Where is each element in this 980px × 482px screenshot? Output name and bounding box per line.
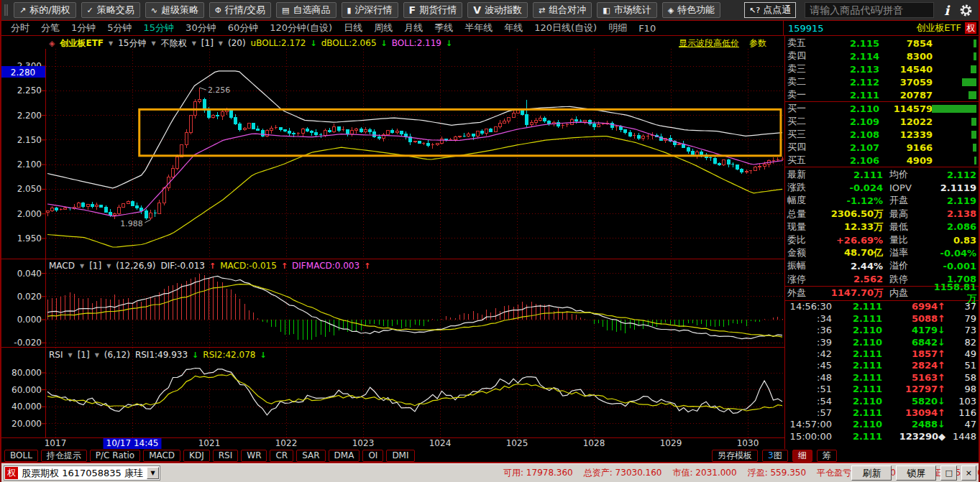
- macd-label[interactable]: MACD: [49, 261, 75, 271]
- toolbar-button-11[interactable]: ◈特色功能: [662, 2, 720, 18]
- period-tab-3[interactable]: 1分钟: [65, 22, 101, 34]
- svg-text:0.000: 0.000: [17, 315, 42, 325]
- params-link[interactable]: 参数: [749, 37, 766, 50]
- indicator-tab-macd[interactable]: MACD: [143, 450, 180, 462]
- toolbar-button-5[interactable]: ▤自选商品: [276, 2, 336, 18]
- indicator-tab-cr[interactable]: CR: [270, 450, 293, 462]
- layout-count-button[interactable]: 3图: [762, 450, 788, 462]
- account-selector[interactable]: 权 股票期权 1617058835 康珪 ▼: [4, 465, 160, 481]
- period-tab-11[interactable]: 月线: [398, 22, 429, 34]
- stat-label: IOPV: [883, 182, 926, 193]
- period-tab-12[interactable]: 季线: [429, 22, 459, 34]
- bid-row[interactable]: 买三2.10812339: [785, 128, 979, 141]
- layout-count: 3: [768, 450, 774, 460]
- bid-row[interactable]: 买一2.110114579: [785, 102, 979, 115]
- indicator-tab-kdj[interactable]: KDJ: [183, 450, 210, 462]
- toolbar-button-8[interactable]: V波动指数: [467, 2, 528, 18]
- bar-chart-icon: ▮: [347, 6, 352, 15]
- bid-row[interactable]: 买四2.1079166: [785, 141, 979, 154]
- level-label: 卖二: [787, 75, 816, 88]
- bid-row[interactable]: 买五2.1064909: [785, 154, 979, 167]
- indicator-tab-boll[interactable]: BOLL: [4, 450, 38, 462]
- toolbar-grip[interactable]: [4, 4, 8, 16]
- chart-area: 2.3002.2502.2002.1502.1002.0502.0001.950…: [1, 36, 784, 449]
- level-volume: 9166: [879, 142, 933, 153]
- chevron-down-icon[interactable]: ▼: [219, 40, 223, 47]
- main-chart[interactable]: 2.3002.2502.2002.1502.1002.0502.0001.950…: [1, 36, 784, 438]
- indicator-tab-p-c-ratio[interactable]: P/C Ratio: [90, 450, 140, 462]
- diandiantong-button[interactable]: ↖? 点点通: [744, 2, 796, 18]
- chart-adjust-mode[interactable]: 不除权: [161, 37, 187, 50]
- period-tab-8[interactable]: 120分钟(自设): [264, 22, 338, 34]
- indicator-index[interactable]: [1]: [201, 38, 214, 48]
- toolbar-button-10[interactable]: ◧市场统计: [597, 2, 656, 18]
- period-tab-5[interactable]: 15分钟: [138, 22, 180, 34]
- chart-period[interactable]: 15分钟: [118, 37, 146, 50]
- close-button[interactable]: ×: [961, 465, 976, 481]
- toolbar-button-9[interactable]: ⇄组合对冲: [533, 2, 592, 18]
- period-tab-14[interactable]: 年线: [498, 22, 528, 34]
- stat-value: -0.001: [926, 261, 976, 272]
- chevron-down-icon[interactable]: ▼: [106, 263, 111, 269]
- tab-detail[interactable]: 细: [792, 450, 812, 462]
- period-tab-17[interactable]: F10: [633, 23, 661, 34]
- ask-row[interactable]: 卖一2.11120787: [785, 88, 979, 101]
- chevron-down-icon[interactable]: ▼: [95, 352, 99, 358]
- gear-icon[interactable]: [959, 4, 973, 17]
- svg-text:2.250: 2.250: [17, 85, 42, 96]
- ask-row[interactable]: 卖五2.1157854: [785, 37, 979, 50]
- period-tab-4[interactable]: 5分钟: [101, 22, 137, 34]
- toolbar-button-3[interactable]: ∿超级策略: [145, 2, 204, 18]
- save-template-button[interactable]: 另存模板: [712, 450, 758, 462]
- indicator-tab-dmi[interactable]: DMI: [386, 450, 414, 462]
- indicator-tab-wr[interactable]: WR: [241, 450, 267, 462]
- period-tab-16[interactable]: 明细: [603, 22, 633, 34]
- indicator-tab--[interactable]: 持仓提示: [41, 450, 87, 462]
- period-tab-15[interactable]: 120日线(自设): [528, 22, 603, 34]
- chevron-down-icon[interactable]: ▼: [152, 40, 156, 47]
- indicator-tab-rsi[interactable]: RSI: [213, 450, 239, 462]
- toolbar-right: ↖? 点点通 i: [744, 2, 976, 18]
- symbol-search-input[interactable]: [805, 2, 934, 18]
- period-tab-10[interactable]: 周线: [368, 22, 398, 34]
- indicator-tab-dma[interactable]: DMA: [329, 450, 360, 462]
- tick-list[interactable]: 14:56:302.1116994↑37:342.1115088↑79:362.…: [785, 301, 979, 449]
- period-tab-1[interactable]: 分时: [5, 22, 35, 34]
- macd-index[interactable]: [1]: [89, 261, 101, 271]
- lock-screen-button[interactable]: 锁屏: [896, 465, 936, 481]
- refresh-button[interactable]: 刷新: [851, 465, 892, 481]
- show-wave-price-link[interactable]: 显示波段高低价: [679, 37, 739, 50]
- ask-row[interactable]: 卖二2.11237059: [785, 75, 979, 88]
- toolbar-button-1[interactable]: ↗标的/期权: [14, 2, 76, 18]
- tab-chips[interactable]: 筹: [817, 450, 837, 462]
- maximize-button[interactable]: □: [940, 465, 956, 481]
- toolbar-button-2[interactable]: ✓策略交易: [81, 2, 140, 18]
- ask-row[interactable]: 卖四2.1148300: [785, 50, 979, 62]
- account-dropdown-arrow[interactable]: ▼: [147, 467, 159, 479]
- x-axis-label: 10/17 14:45: [104, 438, 162, 449]
- chevron-down-icon[interactable]: ▼: [80, 263, 84, 269]
- toolbar-button-6[interactable]: ▮沪深行情: [342, 2, 398, 18]
- period-tab-7[interactable]: 60分钟: [222, 22, 265, 34]
- chart-symbol-name[interactable]: 创业板ETF: [60, 37, 104, 50]
- indicator-value: BOLL:2.119: [392, 38, 441, 48]
- chevron-down-icon[interactable]: ▼: [109, 40, 113, 47]
- stat-value: 2.086: [926, 221, 976, 232]
- period-tab-13[interactable]: 半年线: [459, 22, 498, 34]
- rsi-label[interactable]: RSI: [49, 350, 63, 360]
- toolbar-button-4[interactable]: Φ行情/交易: [209, 2, 271, 18]
- indicator-tab-oi[interactable]: OI: [362, 450, 383, 462]
- period-tab-2[interactable]: 分笔: [35, 22, 65, 34]
- bid-row[interactable]: 买二2.10912022: [785, 115, 979, 128]
- period-tab-6[interactable]: 30分钟: [180, 22, 222, 34]
- indicator-tab-sar[interactable]: SAR: [296, 450, 325, 462]
- toolbar-button-7[interactable]: F期货行情: [403, 2, 463, 18]
- rsi-index[interactable]: [1]: [78, 350, 90, 360]
- period-tab-9[interactable]: 日线: [338, 22, 368, 34]
- info-icon[interactable]: i: [943, 3, 951, 18]
- stat-label: 委比: [787, 233, 828, 246]
- chevron-down-icon[interactable]: ▼: [192, 40, 196, 47]
- rights-badge[interactable]: 权: [965, 22, 976, 34]
- chevron-down-icon[interactable]: ▼: [68, 352, 73, 358]
- ask-row[interactable]: 卖三2.11314540: [785, 62, 979, 75]
